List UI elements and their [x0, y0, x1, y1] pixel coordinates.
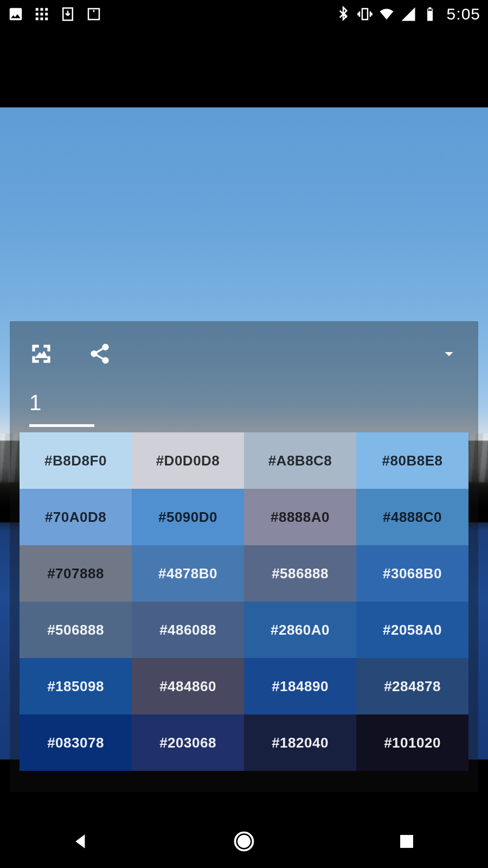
- swatch-8[interactable]: #707888: [20, 545, 132, 602]
- swatch-0[interactable]: #B8D8F0: [20, 432, 132, 489]
- swatch-1[interactable]: #D0D0D8: [132, 432, 244, 489]
- vibrate-icon: [357, 6, 373, 22]
- status-left: [8, 6, 102, 22]
- swatch-13[interactable]: #486088: [132, 602, 244, 658]
- svg-rect-1: [93, 10, 95, 12]
- swatch-14[interactable]: #2860A0: [244, 602, 356, 658]
- recent-apps-button[interactable]: [390, 825, 423, 858]
- swatch-10[interactable]: #586888: [244, 545, 356, 602]
- swatch-11[interactable]: #3068B0: [356, 545, 468, 602]
- svg-point-6: [102, 344, 108, 350]
- swatch-3[interactable]: #80B8E8: [356, 432, 468, 489]
- swatch-5[interactable]: #5090D0: [132, 489, 244, 545]
- svg-rect-11: [401, 835, 413, 847]
- tab-1[interactable]: 1: [29, 386, 94, 427]
- swatch-20[interactable]: #083078: [20, 714, 132, 771]
- swatch-15[interactable]: #2058A0: [356, 602, 468, 658]
- palette-sheet: 1 #B8D8F0#D0D0D8#A8B8C8#80B8E8#70A0D8#50…: [10, 321, 478, 792]
- share-button[interactable]: [85, 339, 115, 369]
- home-button[interactable]: [228, 825, 260, 858]
- swatch-4[interactable]: #70A0D8: [20, 489, 132, 545]
- palette-tabs: 1: [10, 386, 478, 427]
- wallpaper-button[interactable]: [26, 339, 56, 369]
- status-bar: 5:05: [0, 0, 488, 28]
- swatch-17[interactable]: #484860: [132, 658, 244, 714]
- swatch-12[interactable]: #506888: [20, 602, 132, 658]
- back-button[interactable]: [65, 825, 98, 858]
- swatch-18[interactable]: #184890: [244, 658, 356, 714]
- grid-icon: [34, 6, 50, 22]
- svg-point-7: [91, 351, 97, 357]
- palette-grid: #B8D8F0#D0D0D8#A8B8C8#80B8E8#70A0D8#5090…: [20, 432, 468, 792]
- swatch-19[interactable]: #284878: [356, 658, 468, 714]
- svg-rect-2: [362, 9, 368, 20]
- sheet-header: [10, 321, 478, 386]
- battery-icon: [422, 6, 438, 22]
- swatch-16[interactable]: #185098: [20, 658, 132, 714]
- swatch-6[interactable]: #8888A0: [244, 489, 356, 545]
- swatch-23[interactable]: #101020: [356, 714, 468, 771]
- swatch-21[interactable]: #203068: [132, 714, 244, 771]
- swatch-2[interactable]: #A8B8C8: [244, 432, 356, 489]
- svg-point-8: [102, 358, 108, 363]
- cell-signal-icon: [400, 6, 416, 22]
- status-clock: 5:05: [447, 5, 480, 23]
- swatch-7[interactable]: #4888C0: [356, 489, 468, 545]
- swatch-9[interactable]: #4878B0: [132, 545, 244, 602]
- svg-point-10: [238, 835, 250, 847]
- bluetooth-icon: [335, 6, 351, 22]
- status-right: 5:05: [335, 5, 480, 23]
- svg-rect-4: [428, 8, 431, 9]
- svg-rect-5: [428, 9, 432, 11]
- navigation-bar: [0, 815, 488, 868]
- collapse-button[interactable]: [436, 341, 462, 367]
- download-icon: [60, 6, 76, 22]
- wifi-icon: [378, 6, 395, 22]
- image-icon: [8, 6, 24, 22]
- app-box-icon: [86, 6, 102, 22]
- swatch-22[interactable]: #182040: [244, 714, 356, 771]
